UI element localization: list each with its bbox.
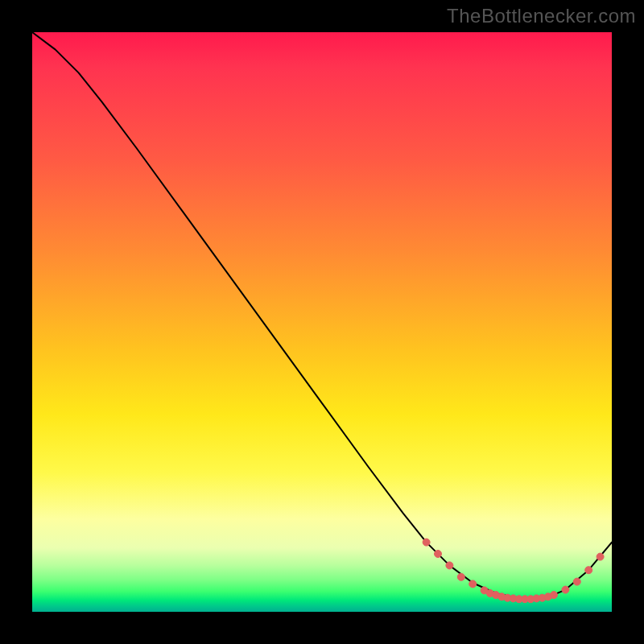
chart-svg <box>32 32 612 612</box>
marker-dot <box>446 562 453 569</box>
marker-dot <box>435 551 442 558</box>
marker-dot <box>469 580 477 588</box>
marker-dot <box>573 578 580 585</box>
marker-dot <box>423 539 430 546</box>
watermark-text: TheBottlenecker.com <box>447 5 636 27</box>
curve-path <box>32 32 612 600</box>
marker-dot <box>562 586 569 593</box>
marker-group <box>423 539 604 603</box>
chart-stage: TheBottlenecker.com <box>0 0 644 644</box>
marker-dot <box>597 553 604 560</box>
plot-area <box>32 32 612 612</box>
marker-dot <box>457 573 464 580</box>
marker-dot <box>585 567 592 574</box>
marker-dot <box>551 592 558 599</box>
